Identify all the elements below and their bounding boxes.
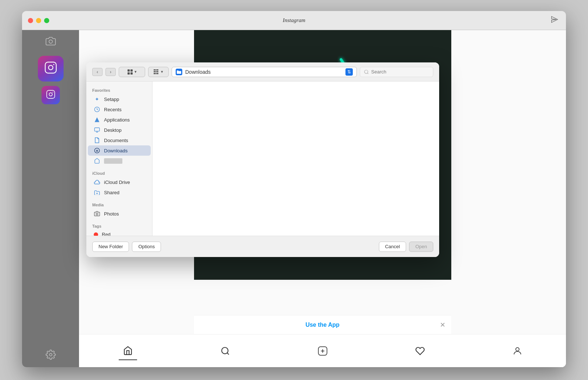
dialog-toolbar: ‹ › ▾ [86,62,439,82]
applications-label: Applications [104,117,130,123]
stepper-icon: ⇅ [347,70,351,74]
sidebar-item-desktop[interactable]: Desktop [88,125,151,135]
svg-marker-29 [95,117,100,122]
svg-rect-16 [128,69,130,72]
setapp-icon: ✦ [94,96,100,102]
recents-label: Recents [104,107,122,112]
dialog-body: Favorites ✦ Setapp Recents [86,82,439,236]
search-bar[interactable] [360,67,433,77]
back-icon: ‹ [97,69,98,75]
media-section-label: Media [86,200,152,209]
view-list-button[interactable]: ▾ [148,67,169,77]
applications-icon [94,116,100,123]
view-list-chevron-icon: ▾ [161,69,163,74]
photos-icon [94,210,100,217]
search-icon [364,69,369,75]
sidebar-item-applications[interactable]: Applications [88,115,151,125]
svg-rect-20 [154,69,156,70]
photos-label: Photos [104,211,119,217]
red-tag-dot [94,232,98,236]
open-button: Open [409,242,433,252]
sidebar-item-setapp[interactable]: ✦ Setapp [88,94,151,104]
recents-icon [94,106,100,113]
dialog-footer: New Folder Options Cancel Open [86,236,439,257]
svg-rect-21 [156,69,158,70]
sidebar-item-icloud-drive[interactable]: iCloud Drive [88,177,151,187]
documents-icon [94,137,100,144]
location-label: Downloads [185,69,211,75]
svg-line-27 [368,73,369,74]
file-dialog: ‹ › ▾ [86,62,439,257]
home-icon [94,158,100,164]
icloud-drive-icon [94,179,100,185]
view-chevron-down-icon: ▾ [135,69,137,74]
sidebar-item-home[interactable]: ··· [88,156,151,166]
svg-rect-22 [154,71,156,72]
svg-rect-23 [156,71,158,72]
dialog-sidebar: Favorites ✦ Setapp Recents [86,82,153,236]
home-username-label: ··· [104,158,122,164]
forward-button[interactable]: › [105,68,116,76]
mac-window: Instagram [22,11,566,367]
svg-rect-17 [130,69,133,72]
svg-rect-24 [154,73,156,74]
shared-label: Shared [104,190,119,195]
new-folder-button[interactable]: New Folder [92,242,129,252]
view-list-icon [154,69,159,75]
back-button[interactable]: ‹ [92,68,103,76]
forward-icon: › [110,69,111,75]
sidebar-item-recents[interactable]: Recents [88,104,151,115]
svg-rect-30 [94,128,99,131]
setapp-label: Setapp [104,97,119,102]
favorites-section-label: Favorites [86,86,152,94]
sidebar-item-downloads[interactable]: Downloads [88,145,151,156]
search-input[interactable] [371,69,423,75]
sidebar-item-tag-red[interactable]: Red [88,230,151,236]
location-stepper-button[interactable]: ⇅ [345,68,353,76]
sidebar-item-photos[interactable]: Photos [88,209,151,219]
svg-rect-18 [128,72,130,75]
svg-point-37 [96,213,98,215]
location-bar[interactable]: Downloads ⇅ [172,67,357,77]
shared-icon [94,189,100,196]
location-folder-icon [176,69,182,75]
desktop-icon [94,127,100,133]
dialog-files-area [153,82,439,236]
desktop-label: Desktop [104,127,122,133]
file-dialog-overlay: ‹ › ▾ [22,11,566,367]
tags-section-label: Tags [86,222,152,230]
icloud-section-label: iCloud [86,169,152,177]
downloads-label: Downloads [104,148,128,153]
svg-rect-25 [156,73,158,74]
downloads-icon [94,147,100,154]
svg-rect-19 [130,72,133,75]
red-tag-label: Red [102,232,111,236]
cancel-button[interactable]: Cancel [379,242,406,252]
options-button[interactable]: Options [132,242,161,252]
documents-label: Documents [104,138,128,143]
icloud-drive-label: iCloud Drive [104,180,130,185]
view-icon-grid-icon [127,69,133,75]
sidebar-item-documents[interactable]: Documents [88,135,151,145]
view-icon-button[interactable]: ▾ [119,67,145,77]
svg-point-26 [365,70,368,73]
sidebar-item-shared[interactable]: Shared [88,187,151,198]
